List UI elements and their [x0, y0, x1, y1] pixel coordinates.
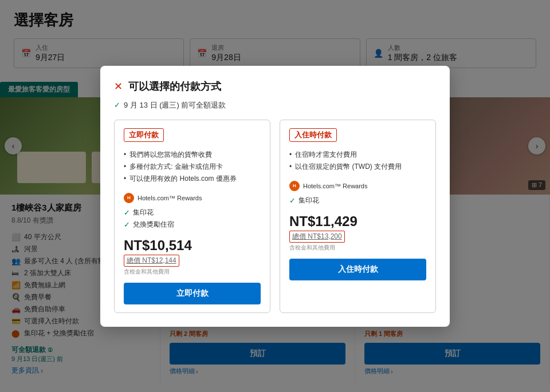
- modal-box: ✕ 可以選擇的付款方式 ✓ 9 月 13 日 (週三) 前可全額退款 立即付款 …: [100, 66, 450, 327]
- modal-title: 可以選擇的付款方式: [128, 80, 221, 93]
- modal-book-btn-checkin[interactable]: 入住時付款: [289, 259, 426, 280]
- modal-price-main-immediate: NT$10,514: [124, 237, 261, 254]
- rewards-check-1: ✓ 集印花: [124, 207, 261, 219]
- modal-price-tax-checkin: 含稅金和其他費用: [289, 244, 426, 252]
- modal-price-main-checkin: NT$11,429: [289, 213, 426, 229]
- modal-feature-1: 我們將以您當地的貨幣收費: [124, 149, 261, 161]
- modal-price-total-immediate: 總價 NT$12,144: [124, 255, 179, 267]
- modal-pay-features-immediate: 我們將以您當地的貨幣收費 多種付款方式: 金融卡或信用卡 可以使用有效的 Hot…: [124, 149, 261, 185]
- modal-close-icon[interactable]: ✕: [114, 80, 123, 93]
- rewards-text-immediate: Hotels.com™ Rewards: [138, 195, 202, 201]
- rewards-check-2: ✓ 兌換獎勵住宿: [124, 219, 261, 231]
- modal-pay-title-checkin: 入住時付款: [289, 128, 337, 142]
- modal-price-tax-immediate: 含稅金和其他費用: [124, 268, 261, 276]
- modal-feature-checkin-1: 住宿時才需支付費用: [289, 149, 426, 161]
- rewards-check-checkin-1: ✓ 集印花: [289, 195, 426, 207]
- modal-book-btn-immediate[interactable]: 立即付款: [124, 283, 261, 304]
- modal-refund-line: ✓ 9 月 13 日 (週三) 前可全額退款: [114, 100, 436, 110]
- modal-refund-text: 9 月 13 日 (週三) 前可全額退款: [124, 100, 226, 110]
- page-wrapper: 選擇客房 📅 入住 9月27日 📅 退房 9月28日 👤 人數: [0, 0, 550, 392]
- rewards-text-checkin: Hotels.com™ Rewards: [303, 183, 367, 189]
- rewards-logo-checkin: H: [289, 181, 300, 191]
- rewards-logo-immediate: H: [124, 193, 134, 203]
- rewards-checks-immediate: ✓ 集印花 ✓ 兌換獎勵住宿: [124, 207, 261, 231]
- modal-payment-columns: 立即付款 我們將以您當地的貨幣收費 多種付款方式: 金融卡或信用卡 可以使用有效…: [114, 120, 436, 313]
- refund-check-icon: ✓: [114, 101, 120, 109]
- modal-header: ✕ 可以選擇的付款方式: [114, 80, 436, 93]
- rewards-row-checkin: H Hotels.com™ Rewards: [289, 181, 426, 191]
- modal-price-total-checkin: 總價 NT$13,200: [289, 231, 345, 243]
- modal-feature-2: 多種付款方式: 金融卡或信用卡: [124, 161, 261, 173]
- modal-pay-title-immediate: 立即付款: [124, 128, 164, 142]
- rewards-checks-checkin: ✓ 集印花: [289, 195, 426, 207]
- modal-overlay[interactable]: ✕ 可以選擇的付款方式 ✓ 9 月 13 日 (週三) 前可全額退款 立即付款 …: [0, 0, 550, 392]
- modal-pay-card-immediate: 立即付款 我們將以您當地的貨幣收費 多種付款方式: 金融卡或信用卡 可以使用有效…: [114, 120, 270, 313]
- modal-pay-card-checkin: 入住時付款 住宿時才需支付費用 以住宿規定的貨幣 (TWD) 支付費用 H Ho…: [280, 120, 436, 313]
- rewards-row-immediate: H Hotels.com™ Rewards: [124, 193, 261, 203]
- modal-feature-checkin-2: 以住宿規定的貨幣 (TWD) 支付費用: [289, 161, 426, 173]
- modal-feature-3: 可以使用有效的 Hotels.com 優惠券: [124, 173, 261, 185]
- modal-pay-features-checkin: 住宿時才需支付費用 以住宿規定的貨幣 (TWD) 支付費用: [289, 149, 426, 173]
